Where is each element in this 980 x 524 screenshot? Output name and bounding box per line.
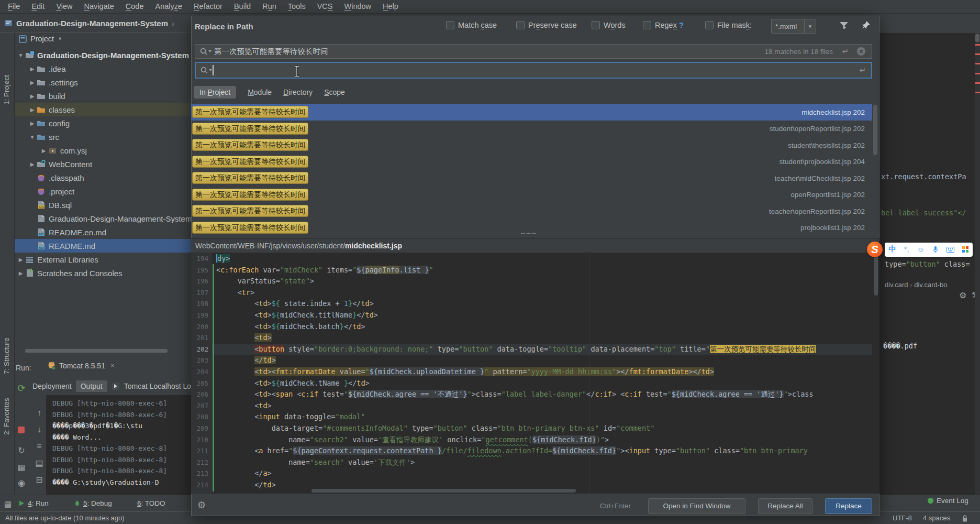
result-row[interactable]: 第一次预览可能需要等待较长时间teacher\openReportlist.js… <box>191 203 872 220</box>
indent-widget[interactable]: 4 spaces <box>923 514 950 522</box>
tree-item-db-sql[interactable]: SQLDB.sql <box>15 198 191 212</box>
result-row[interactable]: 第一次预览可能需要等待较长时间midchecklist.jsp 202 <box>191 104 872 121</box>
tab-deployment[interactable]: Deployment <box>32 382 72 390</box>
search-input[interactable]: 第一次预览可能需要等待较长时间 18 matches in 18 files ↵… <box>195 44 872 59</box>
tree-item-src[interactable]: ▼src <box>15 130 191 144</box>
tree-arrow-icon[interactable]: ▶ <box>29 107 35 113</box>
ime-emoji-icon[interactable]: ☺ <box>917 245 924 254</box>
tree-item--classpath[interactable]: .classpath <box>15 171 191 184</box>
project-panel-header[interactable]: Project ▼ <box>19 35 62 43</box>
newline-icon[interactable]: ↵ <box>842 47 849 56</box>
results-scrollbar[interactable] <box>873 105 877 155</box>
tree-arrow-icon[interactable]: ▶ <box>18 257 24 263</box>
result-row[interactable]: 第一次预览可能需要等待较长时间student\thesislist.jsp 20… <box>191 137 872 154</box>
tree-horizontal-scrollbar[interactable] <box>25 349 168 353</box>
toolwindow-switcher-icon[interactable]: ▦ <box>4 499 12 509</box>
scroll-to-end-icon[interactable]: ▤ <box>34 459 45 467</box>
error-stripe[interactable] <box>975 32 980 495</box>
result-row[interactable]: 第一次预览可能需要等待较长时间student\projbooklist.jsp … <box>191 154 872 170</box>
tree-item--idea[interactable]: ▶.idea <box>15 62 191 75</box>
tab-output[interactable]: Output <box>76 380 107 392</box>
menu-file[interactable]: File <box>2 0 26 13</box>
menu-edit[interactable]: Edit <box>26 0 50 13</box>
ime-punct-icon[interactable]: °, <box>904 245 909 254</box>
preview-scrollbar[interactable] <box>874 256 878 296</box>
error-mark[interactable] <box>975 53 980 55</box>
close-icon[interactable]: × <box>110 362 115 369</box>
tree-item-graduation-design-management-system[interactable]: ▼Graduation-Design-Management-System <box>15 48 191 62</box>
menu-code[interactable]: Code <box>120 0 150 13</box>
stop-console-icon[interactable] <box>18 427 25 433</box>
option-preserve-case[interactable]: Preserve case <box>516 21 577 29</box>
dashboard-icon[interactable]: ▦ <box>16 463 27 472</box>
tree-arrow-icon[interactable]: ▶ <box>29 93 35 99</box>
ime-toolbox-icon[interactable] <box>962 246 968 253</box>
menu-help[interactable]: Help <box>377 0 404 13</box>
error-mark[interactable] <box>975 73 980 74</box>
splitter-handle[interactable]: ┄┄┄ <box>521 229 537 237</box>
scope-in-project[interactable]: In Project <box>194 86 236 99</box>
tree-item-scratches-and-consoles[interactable]: ▶Scratches and Consoles <box>15 266 191 280</box>
gear-icon[interactable]: ⚙ <box>197 499 206 511</box>
scroll-down-icon[interactable]: ↓ <box>34 425 45 434</box>
tree-item-readme-md[interactable]: MDREADME.md <box>15 239 191 253</box>
editor-breadcrumb[interactable]: div.card › div.card-bo <box>885 281 948 289</box>
checkbox[interactable] <box>705 21 714 29</box>
filter-icon[interactable] <box>839 21 850 31</box>
stripe-favorites[interactable]: 2: Favorites <box>3 398 10 435</box>
result-row[interactable]: 第一次预览可能需要等待较长时间openReportlist1.jsp 202 <box>191 187 872 203</box>
menu-run[interactable]: Run <box>257 0 282 13</box>
result-row[interactable]: 第一次预览可能需要等待较长时间student\openReportlist.js… <box>191 121 872 137</box>
checkbox[interactable] <box>516 21 525 29</box>
menu-vcs[interactable]: VCS <box>311 0 339 13</box>
checkbox[interactable] <box>446 21 454 29</box>
menu-build[interactable]: Build <box>228 0 257 13</box>
tree-arrow-icon[interactable]: ▶ <box>18 270 24 276</box>
toolwindow-todo[interactable]: 6: TODO <box>137 499 165 507</box>
tree-arrow-icon[interactable]: ▼ <box>18 52 24 58</box>
ime-mic-icon[interactable] <box>932 246 939 253</box>
tree-item-com-ysj[interactable]: ▶com.ysj <box>15 144 191 157</box>
replace-button[interactable]: Replace <box>825 498 872 514</box>
ime-chinese-icon[interactable]: 中 <box>889 245 896 254</box>
tree-item-classes[interactable]: ▶classes <box>15 103 191 116</box>
rerun-icon[interactable]: ⟳ <box>16 384 27 393</box>
encoding-widget[interactable]: UTF-8 <box>893 514 912 522</box>
toolwindow-debug[interactable]: 5: Debug <box>74 499 112 507</box>
tree-item-graduation-design-management-system[interactable]: Graduation-Design-Management-System <box>15 212 191 225</box>
run-config-tab[interactable]: Tomcat 8.5.51 × <box>47 361 115 370</box>
tree-item--settings[interactable]: ▶.settings <box>15 75 191 89</box>
replace-all-button[interactable]: Replace All <box>758 498 812 514</box>
menu-navigate[interactable]: Navigate <box>79 0 120 13</box>
tree-arrow-icon[interactable]: ▶ <box>29 80 35 85</box>
tree-arrow-icon[interactable]: ▶ <box>29 66 35 72</box>
console-output[interactable]: DEBUG [http-nio-8080-exec-6]DEBUG [http-… <box>46 395 191 495</box>
toolwindow-run[interactable]: 4: Run <box>19 499 49 507</box>
tree-item-readme-en-md[interactable]: MDREADME.en.md <box>15 225 191 239</box>
tree-arrow-icon[interactable]: ▶ <box>29 161 35 167</box>
pin-tab-icon[interactable]: ◉ <box>16 479 27 487</box>
editor-gear-icon[interactable]: ⚙ <box>959 290 966 300</box>
tree-item-webcontent[interactable]: ▶WebContent <box>15 157 191 171</box>
breadcrumb-project[interactable]: Graduation-Design-Management-System <box>16 19 168 28</box>
tree-item-config[interactable]: ▶config <box>15 116 191 130</box>
ime-keyboard-icon[interactable] <box>946 247 954 253</box>
event-log-widget[interactable]: Event Log <box>928 497 968 505</box>
lock-icon[interactable] <box>962 515 967 522</box>
scroll-up-icon[interactable]: ↑ <box>34 409 45 417</box>
tree-item-build[interactable]: ▶build <box>15 89 191 103</box>
file-mask-combo[interactable]: *.mxml ▼ <box>771 19 816 34</box>
menu-refactor[interactable]: Refactor <box>188 0 228 13</box>
tree-arrow-icon[interactable]: ▶ <box>29 121 35 126</box>
preview-editor[interactable]: 1941951961971981992002012022032042052062… <box>191 253 879 494</box>
error-mark[interactable] <box>975 82 980 84</box>
stripe-structure[interactable]: 7: Structure <box>3 337 10 374</box>
option-words[interactable]: Words <box>592 21 626 29</box>
scope-module[interactable]: Module <box>248 88 272 96</box>
sogou-logo-icon[interactable]: S <box>867 242 883 257</box>
tree-arrow-icon[interactable]: ▶ <box>41 148 47 154</box>
tree-item-external-libraries[interactable]: ▶External Libraries <box>15 253 191 266</box>
error-mark[interactable] <box>975 63 980 64</box>
open-in-find-window-button[interactable]: Open in Find Window <box>648 498 745 514</box>
menu-tools[interactable]: Tools <box>282 0 311 13</box>
